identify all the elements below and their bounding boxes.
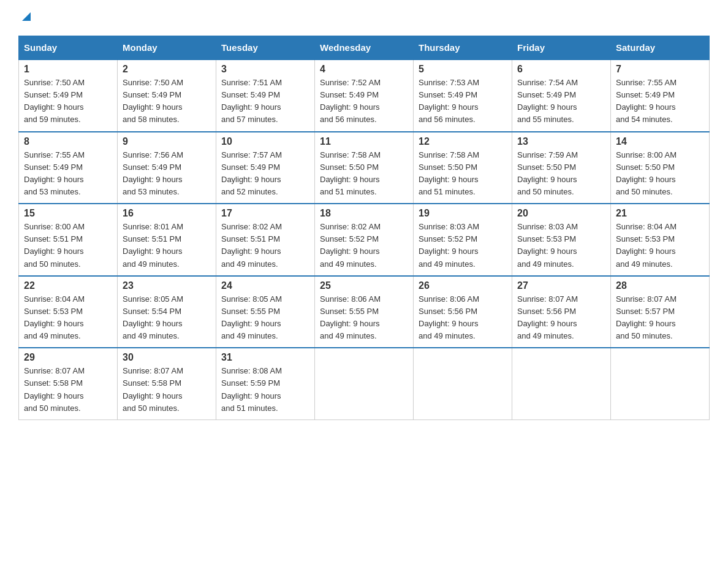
day-info: Sunrise: 7:57 AMSunset: 5:49 PMDaylight:… (221, 149, 309, 199)
day-number: 5 (419, 64, 507, 75)
day-number: 20 (517, 208, 605, 219)
day-number: 18 (320, 208, 408, 219)
day-info: Sunrise: 8:08 AMSunset: 5:59 PMDaylight:… (221, 365, 309, 415)
day-info: Sunrise: 8:07 AMSunset: 5:58 PMDaylight:… (123, 365, 211, 415)
calendar-cell: 31 Sunrise: 8:08 AMSunset: 5:59 PMDaylig… (216, 348, 315, 419)
calendar-cell: 24 Sunrise: 8:05 AMSunset: 5:55 PMDaylig… (216, 276, 315, 348)
week-row-1: 1 Sunrise: 7:50 AMSunset: 5:49 PMDayligh… (19, 59, 710, 132)
day-info: Sunrise: 8:03 AMSunset: 5:53 PMDaylight:… (517, 221, 605, 270)
calendar-cell (315, 348, 414, 419)
calendar-cell: 19 Sunrise: 8:03 AMSunset: 5:52 PMDaylig… (414, 204, 512, 276)
day-info: Sunrise: 7:55 AMSunset: 5:49 PMDaylight:… (616, 77, 704, 126)
calendar-cell: 12 Sunrise: 7:58 AMSunset: 5:50 PMDaylig… (414, 132, 512, 204)
day-number: 31 (221, 352, 309, 363)
calendar-cell: 4 Sunrise: 7:52 AMSunset: 5:49 PMDayligh… (315, 59, 414, 132)
logo (18, 12, 33, 23)
day-number: 15 (24, 208, 112, 219)
day-number: 19 (419, 208, 507, 219)
day-info: Sunrise: 7:50 AMSunset: 5:49 PMDaylight:… (24, 77, 112, 126)
day-info: Sunrise: 8:05 AMSunset: 5:55 PMDaylight:… (221, 293, 309, 343)
calendar-cell: 13 Sunrise: 7:59 AMSunset: 5:50 PMDaylig… (512, 132, 611, 204)
day-number: 16 (123, 208, 211, 219)
day-info: Sunrise: 7:58 AMSunset: 5:50 PMDaylight:… (419, 149, 507, 199)
day-number: 8 (24, 136, 112, 147)
day-info: Sunrise: 7:56 AMSunset: 5:49 PMDaylight:… (123, 149, 211, 199)
calendar-cell: 2 Sunrise: 7:50 AMSunset: 5:49 PMDayligh… (118, 59, 216, 132)
calendar-cell: 26 Sunrise: 8:06 AMSunset: 5:56 PMDaylig… (414, 276, 512, 348)
calendar-cell: 3 Sunrise: 7:51 AMSunset: 5:49 PMDayligh… (216, 59, 315, 132)
day-number: 12 (419, 136, 507, 147)
calendar-cell: 22 Sunrise: 8:04 AMSunset: 5:53 PMDaylig… (19, 276, 118, 348)
calendar-cell (611, 348, 710, 419)
calendar-cell: 11 Sunrise: 7:58 AMSunset: 5:50 PMDaylig… (315, 132, 414, 204)
day-number: 22 (24, 280, 112, 291)
calendar-header-row: SundayMondayTuesdayWednesdayThursdayFrid… (19, 36, 710, 60)
day-number: 2 (123, 64, 211, 75)
calendar-cell (414, 348, 512, 419)
day-number: 13 (517, 136, 605, 147)
day-number: 21 (616, 208, 704, 219)
day-number: 6 (517, 64, 605, 75)
day-info: Sunrise: 8:04 AMSunset: 5:53 PMDaylight:… (616, 221, 704, 270)
calendar-cell: 15 Sunrise: 8:00 AMSunset: 5:51 PMDaylig… (19, 204, 118, 276)
calendar-cell: 6 Sunrise: 7:54 AMSunset: 5:49 PMDayligh… (512, 59, 611, 132)
day-number: 17 (221, 208, 309, 219)
svg-marker-0 (22, 12, 31, 21)
calendar-cell: 5 Sunrise: 7:53 AMSunset: 5:49 PMDayligh… (414, 59, 512, 132)
calendar-cell: 18 Sunrise: 8:02 AMSunset: 5:52 PMDaylig… (315, 204, 414, 276)
calendar-cell: 1 Sunrise: 7:50 AMSunset: 5:49 PMDayligh… (19, 59, 118, 132)
header-tuesday: Tuesday (216, 36, 315, 60)
calendar-cell: 23 Sunrise: 8:05 AMSunset: 5:54 PMDaylig… (118, 276, 216, 348)
calendar-cell: 16 Sunrise: 8:01 AMSunset: 5:51 PMDaylig… (118, 204, 216, 276)
logo-triangle-icon (20, 10, 33, 23)
calendar-cell: 28 Sunrise: 8:07 AMSunset: 5:57 PMDaylig… (611, 276, 710, 348)
day-number: 27 (517, 280, 605, 291)
day-info: Sunrise: 7:51 AMSunset: 5:49 PMDaylight:… (221, 77, 309, 126)
day-number: 1 (24, 64, 112, 75)
calendar-cell: 29 Sunrise: 8:07 AMSunset: 5:58 PMDaylig… (19, 348, 118, 419)
day-number: 29 (24, 352, 112, 363)
calendar-cell: 20 Sunrise: 8:03 AMSunset: 5:53 PMDaylig… (512, 204, 611, 276)
calendar-cell (512, 348, 611, 419)
calendar-cell: 8 Sunrise: 7:55 AMSunset: 5:49 PMDayligh… (19, 132, 118, 204)
day-info: Sunrise: 7:55 AMSunset: 5:49 PMDaylight:… (24, 149, 112, 199)
week-row-2: 8 Sunrise: 7:55 AMSunset: 5:49 PMDayligh… (19, 132, 710, 204)
day-number: 9 (123, 136, 211, 147)
day-info: Sunrise: 7:59 AMSunset: 5:50 PMDaylight:… (517, 149, 605, 199)
day-number: 30 (123, 352, 211, 363)
calendar-cell: 7 Sunrise: 7:55 AMSunset: 5:49 PMDayligh… (611, 59, 710, 132)
calendar-cell: 21 Sunrise: 8:04 AMSunset: 5:53 PMDaylig… (611, 204, 710, 276)
day-info: Sunrise: 8:07 AMSunset: 5:57 PMDaylight:… (616, 293, 704, 343)
day-number: 26 (419, 280, 507, 291)
calendar-cell: 25 Sunrise: 8:06 AMSunset: 5:55 PMDaylig… (315, 276, 414, 348)
day-number: 10 (221, 136, 309, 147)
day-info: Sunrise: 8:00 AMSunset: 5:50 PMDaylight:… (616, 149, 704, 199)
calendar-cell: 30 Sunrise: 8:07 AMSunset: 5:58 PMDaylig… (118, 348, 216, 419)
header-wednesday: Wednesday (315, 36, 414, 60)
day-info: Sunrise: 8:01 AMSunset: 5:51 PMDaylight:… (123, 221, 211, 270)
day-info: Sunrise: 7:53 AMSunset: 5:49 PMDaylight:… (419, 77, 507, 126)
day-number: 7 (616, 64, 704, 75)
day-info: Sunrise: 8:03 AMSunset: 5:52 PMDaylight:… (419, 221, 507, 270)
day-info: Sunrise: 7:54 AMSunset: 5:49 PMDaylight:… (517, 77, 605, 126)
day-info: Sunrise: 8:00 AMSunset: 5:51 PMDaylight:… (24, 221, 112, 270)
day-number: 23 (123, 280, 211, 291)
calendar-cell: 27 Sunrise: 8:07 AMSunset: 5:56 PMDaylig… (512, 276, 611, 348)
day-info: Sunrise: 8:05 AMSunset: 5:54 PMDaylight:… (123, 293, 211, 343)
day-info: Sunrise: 8:02 AMSunset: 5:51 PMDaylight:… (221, 221, 309, 270)
header-saturday: Saturday (611, 36, 710, 60)
day-info: Sunrise: 8:07 AMSunset: 5:56 PMDaylight:… (517, 293, 605, 343)
day-info: Sunrise: 7:58 AMSunset: 5:50 PMDaylight:… (320, 149, 408, 199)
day-number: 28 (616, 280, 704, 291)
day-info: Sunrise: 8:06 AMSunset: 5:56 PMDaylight:… (419, 293, 507, 343)
calendar-cell: 9 Sunrise: 7:56 AMSunset: 5:49 PMDayligh… (118, 132, 216, 204)
day-info: Sunrise: 8:07 AMSunset: 5:58 PMDaylight:… (24, 365, 112, 415)
calendar-cell: 14 Sunrise: 8:00 AMSunset: 5:50 PMDaylig… (611, 132, 710, 204)
week-row-5: 29 Sunrise: 8:07 AMSunset: 5:58 PMDaylig… (19, 348, 710, 419)
calendar-table: SundayMondayTuesdayWednesdayThursdayFrid… (18, 36, 710, 420)
day-number: 14 (616, 136, 704, 147)
day-info: Sunrise: 7:50 AMSunset: 5:49 PMDaylight:… (123, 77, 211, 126)
header-thursday: Thursday (414, 36, 512, 60)
week-row-3: 15 Sunrise: 8:00 AMSunset: 5:51 PMDaylig… (19, 204, 710, 276)
day-number: 25 (320, 280, 408, 291)
